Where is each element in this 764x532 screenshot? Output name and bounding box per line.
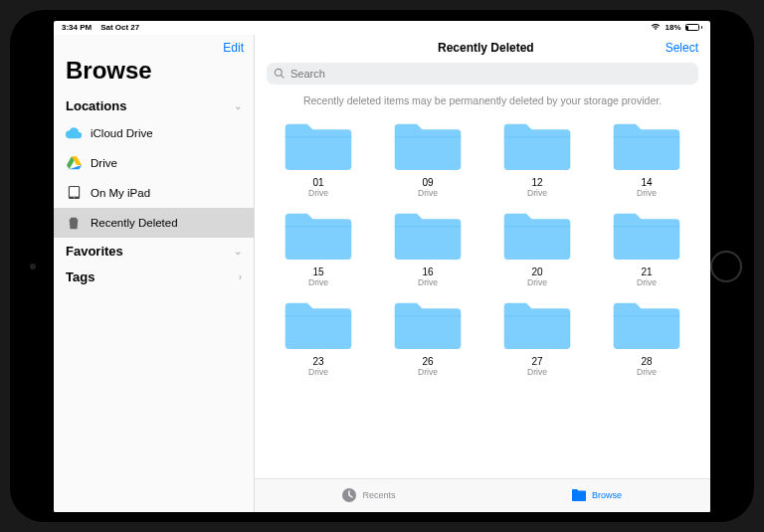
status-time: 3:34 PM [62, 23, 92, 32]
chevron-down-icon: ⌄ [234, 246, 242, 257]
svg-point-3 [275, 69, 282, 76]
folder-sublabel: Drive [308, 367, 328, 377]
folder-sublabel: Drive [637, 277, 657, 287]
sidebar-item-recently-deleted[interactable]: Recently Deleted [54, 208, 254, 238]
folder-name: 20 [531, 266, 542, 277]
folder-icon [282, 118, 355, 174]
main-panel: Recently Deleted Select Recently deleted… [255, 35, 710, 512]
favorites-label: Favorites [66, 244, 123, 259]
select-button[interactable]: Select [666, 41, 698, 55]
sidebar-item-onmyipad[interactable]: On My iPad [54, 178, 254, 208]
svg-rect-1 [70, 187, 79, 197]
sidebar-header: Edit [54, 35, 254, 57]
folder-icon [391, 297, 465, 353]
folder-sublabel: Drive [527, 367, 547, 377]
folder-name: 27 [531, 356, 542, 367]
folder-sublabel: Drive [527, 188, 547, 198]
sidebar: Edit Browse Locations ⌄ iCloud Drive [54, 35, 255, 512]
status-right: 18% [651, 23, 702, 33]
folder-icon [500, 208, 574, 264]
folder-grid[interactable]: 01 Drive 09 Drive 12 Drive 14 Drive 15 D… [255, 114, 710, 478]
folder-name: 12 [531, 177, 542, 188]
folder-sublabel: Drive [418, 277, 438, 287]
sidebar-item-drive[interactable]: Drive [54, 148, 254, 178]
browse-title: Browse [54, 57, 254, 92]
status-left: 3:34 PM Sat Oct 27 [62, 23, 139, 32]
home-button[interactable] [710, 251, 742, 282]
folder-item[interactable]: 27 Drive [491, 297, 583, 377]
folder-icon [610, 208, 683, 264]
sidebar-item-icloud[interactable]: iCloud Drive [54, 118, 254, 148]
folder-item[interactable]: 23 Drive [273, 297, 364, 377]
folder-icon [391, 208, 465, 264]
sidebar-item-label: On My iPad [91, 187, 150, 199]
folder-sublabel: Drive [308, 188, 328, 198]
folder-icon [571, 487, 587, 503]
edit-button[interactable]: Edit [223, 41, 244, 55]
folder-name: 23 [312, 356, 323, 367]
ipad-frame: 3:34 PM Sat Oct 27 18% Edit B [10, 10, 754, 522]
app-body: Edit Browse Locations ⌄ iCloud Drive [54, 35, 710, 512]
chevron-down-icon: ⌄ [234, 100, 242, 111]
folder-sublabel: Drive [637, 188, 657, 198]
battery-icon [685, 24, 703, 31]
svg-point-2 [73, 197, 74, 198]
folder-icon [610, 297, 683, 353]
folder-icon [282, 208, 355, 264]
tags-header[interactable]: Tags › [54, 264, 254, 289]
status-bar: 3:34 PM Sat Oct 27 18% [54, 21, 710, 35]
folder-item[interactable]: 15 Drive [273, 208, 364, 287]
trash-icon [66, 215, 82, 231]
folder-name: 15 [312, 266, 323, 277]
search-icon [274, 65, 285, 83]
folder-item[interactable]: 12 Drive [491, 118, 583, 198]
ipad-icon [66, 185, 82, 201]
folder-item[interactable]: 16 Drive [382, 208, 474, 287]
folder-name: 21 [641, 266, 652, 277]
tab-label: Browse [592, 490, 622, 500]
folder-item[interactable]: 01 Drive [273, 118, 364, 198]
folder-icon [610, 118, 683, 174]
search-input[interactable] [267, 63, 698, 85]
tags-label: Tags [66, 269, 95, 284]
battery-percent: 18% [665, 23, 680, 32]
folder-icon [391, 118, 465, 174]
folder-item[interactable]: 21 Drive [601, 208, 692, 287]
folder-icon [500, 297, 574, 353]
status-date: Sat Oct 27 [100, 23, 139, 32]
folder-sublabel: Drive [527, 277, 547, 287]
deletion-notice: Recently deleted items may be permanentl… [255, 90, 710, 114]
tab-recents[interactable]: Recents [255, 479, 482, 512]
google-drive-icon [66, 155, 82, 171]
locations-label: Locations [66, 98, 126, 113]
search-wrap [267, 63, 698, 85]
clock-icon [341, 487, 357, 503]
chevron-right-icon: › [239, 271, 242, 282]
wifi-icon [651, 23, 661, 33]
folder-sublabel: Drive [637, 367, 657, 377]
camera-dot [30, 264, 36, 269]
folder-name: 26 [422, 356, 433, 367]
sidebar-item-label: iCloud Drive [91, 127, 153, 139]
sidebar-item-label: Recently Deleted [91, 217, 178, 229]
folder-icon [282, 297, 355, 353]
svg-line-4 [282, 75, 285, 78]
folder-item[interactable]: 28 Drive [601, 297, 692, 377]
favorites-header[interactable]: Favorites ⌄ [54, 238, 254, 264]
sidebar-item-label: Drive [91, 157, 117, 169]
folder-name: 14 [641, 177, 652, 188]
folder-icon [500, 118, 574, 174]
folder-item[interactable]: 14 Drive [601, 118, 692, 198]
folder-item[interactable]: 09 Drive [382, 118, 474, 198]
icloud-icon [66, 125, 82, 141]
folder-item[interactable]: 20 Drive [491, 208, 583, 287]
screen: 3:34 PM Sat Oct 27 18% Edit B [54, 21, 710, 512]
folder-sublabel: Drive [418, 188, 438, 198]
main-header: Recently Deleted Select [255, 35, 710, 59]
locations-header[interactable]: Locations ⌄ [54, 92, 254, 118]
tab-bar: Recents Browse [255, 478, 710, 512]
tab-browse[interactable]: Browse [482, 479, 710, 512]
folder-name: 01 [312, 177, 323, 188]
folder-name: 16 [422, 266, 433, 277]
folder-item[interactable]: 26 Drive [382, 297, 474, 377]
